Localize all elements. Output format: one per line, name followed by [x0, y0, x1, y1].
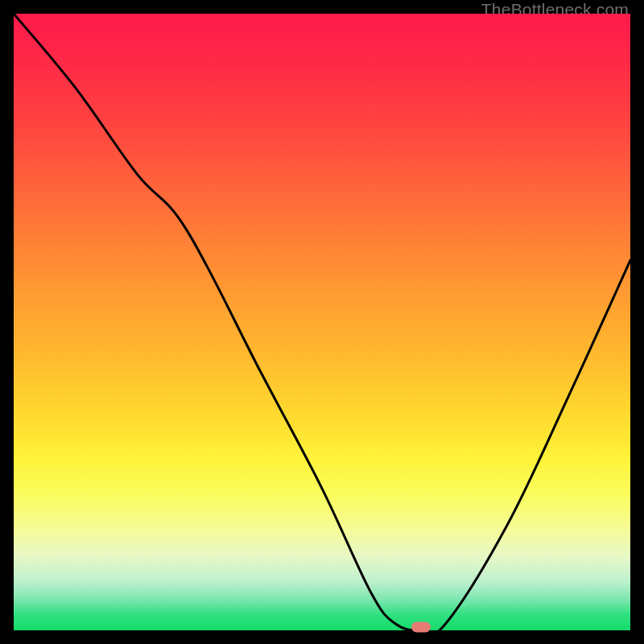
plot-area — [14, 14, 630, 630]
bottleneck-curve — [14, 14, 630, 630]
optimum-marker — [411, 622, 431, 633]
chart-frame: TheBottleneck.com — [0, 0, 644, 644]
